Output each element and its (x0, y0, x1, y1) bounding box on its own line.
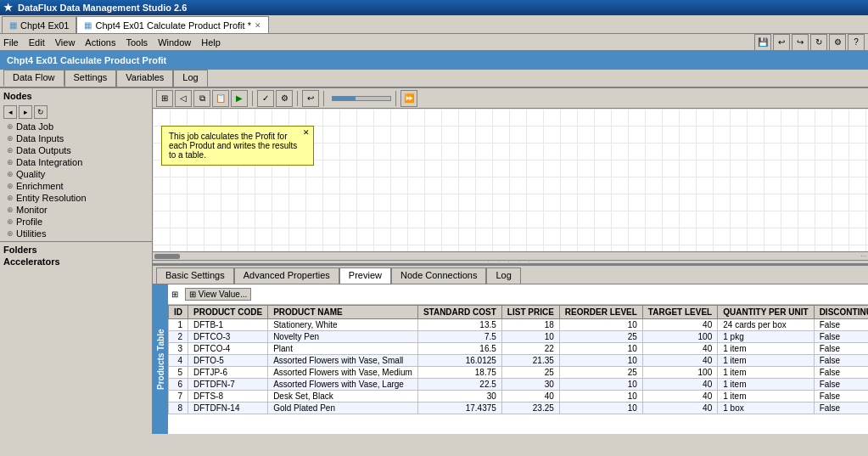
canvas-tb-separator-3 (323, 91, 324, 106)
table-cell: 10 (501, 331, 559, 343)
menu-tools[interactable]: Tools (126, 37, 148, 48)
sidebar-item-monitor[interactable]: ⊕ Monitor (0, 204, 152, 216)
sidebar-item-data-inputs[interactable]: ⊕ Data Inputs (0, 132, 152, 144)
tab-close-icon[interactable]: ✕ (255, 21, 261, 30)
tab-calculate-product-profit[interactable]: ▦ Chpt4 Ex01 Calculate Product Profit * … (76, 16, 268, 33)
table-cell: False (814, 367, 868, 379)
sidebar-item-data-job[interactable]: ⊕ Data Job (0, 121, 152, 132)
menu-view[interactable]: View (55, 37, 76, 48)
expand-icon-monitor: ⊕ (7, 205, 14, 214)
table-row[interactable]: 3DFTCO-4Plant16.52210401 itemFalse10Flow… (169, 343, 869, 355)
table-cell: 30 (501, 379, 559, 391)
sidebar-expand-btn[interactable]: ▸ (19, 105, 32, 119)
table-cell: 10 (559, 403, 642, 414)
table-cell: 10 (559, 343, 642, 355)
table-cell: DFTDFN-14 (188, 403, 268, 414)
menu-window[interactable]: Window (158, 37, 191, 48)
table-cell: DFTS-8 (188, 391, 268, 403)
table-cell: 30 (417, 391, 501, 403)
table-cell: DFTB-1 (188, 319, 268, 331)
canvas-tb-paste-icon[interactable]: 📋 (212, 90, 229, 107)
toolbar-forward-icon[interactable]: ↪ (792, 34, 809, 51)
sidebar-item-entity-resolution[interactable]: ⊕ Entity Resolution (0, 192, 152, 204)
expand-icon-profile: ⊕ (7, 217, 14, 226)
bottom-tab-preview[interactable]: Preview (339, 267, 391, 284)
table-cell: 1 item (718, 355, 814, 367)
tab-log[interactable]: Log (173, 70, 207, 87)
bottom-tab-basic-settings[interactable]: Basic Settings (156, 267, 234, 284)
sidebar-section-accelerators[interactable]: Accelerators (0, 256, 152, 267)
table-row[interactable]: 2DFTCO-3Novelty Pen7.510251001 pkgFalse2… (169, 331, 869, 343)
expand-icon-quality: ⊕ (7, 170, 14, 178)
data-table-wrapper[interactable]: ⊞ ⊞ View Value... ID PRODUCT CODE PRODUC… (168, 284, 868, 434)
table-cell: False (814, 343, 868, 355)
toolbar-help-icon[interactable]: ? (848, 34, 865, 51)
canvas-tooltip-close-icon[interactable]: ✕ (303, 128, 310, 137)
table-cell: 2 (169, 331, 188, 343)
table-cell: Gold Plated Pen (268, 403, 418, 414)
table-cell: 40 (642, 343, 717, 355)
table-cell: 10 (559, 355, 642, 367)
table-cell: False (814, 403, 868, 414)
products-table-side-label: Products Table (153, 284, 168, 434)
canvas-tb-separator-2 (297, 91, 298, 106)
bottom-tab-log[interactable]: Log (486, 267, 520, 284)
tab-bar: ▦ Chpt4 Ex01 ▦ Chpt4 Ex01 Calculate Prod… (0, 15, 868, 34)
tab-data-flow[interactable]: Data Flow (3, 70, 64, 87)
sidebar-item-data-integration[interactable]: ⊕ Data Integration (0, 156, 152, 168)
col-header-reorder-level: REORDER LEVEL (559, 306, 642, 319)
tab-variables[interactable]: Variables (116, 70, 173, 87)
sidebar-item-data-outputs[interactable]: ⊕ Data Outputs (0, 144, 152, 156)
toolbar-back-icon[interactable]: ↩ (773, 34, 790, 51)
canvas-tb-undo-icon[interactable]: ↩ (302, 90, 319, 107)
data-table: ID PRODUCT CODE PRODUCT NAME STANDARD CO… (168, 305, 868, 414)
table-cell: 100 (642, 367, 717, 379)
canvas-tb-settings-icon[interactable]: ⚙ (276, 90, 293, 107)
sidebar-refresh-btn[interactable]: ↻ (34, 105, 48, 119)
table-row[interactable]: 6DFTDFN-7Assorted Flowers with Vase, Lar… (169, 379, 869, 391)
canvas-tooltip: ✕ This job calculates the Profit for eac… (161, 126, 314, 166)
canvas-tb-copy-icon[interactable]: ⧉ (193, 90, 210, 107)
app-icon: ★ (3, 2, 13, 14)
bottom-tab-node-connections[interactable]: Node Connections (391, 267, 487, 284)
sidebar-section-folders[interactable]: Folders (0, 244, 152, 256)
view-value-button[interactable]: ⊞ View Value... (185, 288, 251, 301)
sidebar-item-quality[interactable]: ⊕ Quality (0, 168, 152, 180)
canvas-tb-back-icon[interactable]: ◁ (175, 90, 192, 107)
menu-edit[interactable]: Edit (29, 37, 45, 48)
table-cell: False (814, 379, 868, 391)
col-header-discontinued: DISCONTINUED (814, 306, 868, 319)
expand-icon-data-integration: ⊕ (7, 158, 14, 166)
hscroll-thumb[interactable] (154, 254, 180, 259)
canvas-tb-skip-icon[interactable]: ⏩ (400, 90, 417, 107)
col-header-list-price: LIST PRICE (501, 306, 559, 319)
menu-file[interactable]: File (3, 37, 19, 48)
menu-help[interactable]: Help (201, 37, 221, 48)
canvas-tb-grid-icon[interactable]: ⊞ (156, 90, 173, 107)
canvas-hscroll[interactable]: ··· (153, 251, 868, 260)
bottom-tab-advanced-properties[interactable]: Advanced Properties (234, 267, 339, 284)
table-row[interactable]: 5DFTJP-6Assorted Flowers with Vase, Medi… (169, 367, 869, 379)
toolbar-settings-icon[interactable]: ⚙ (829, 34, 846, 51)
table-row[interactable]: 7DFTS-8Desk Set, Black304010401 itemFals… (169, 391, 869, 403)
tab-settings[interactable]: Settings (64, 70, 117, 87)
toolbar-refresh-icon[interactable]: ↻ (810, 34, 827, 51)
expand-icon-utilities: ⊕ (7, 229, 14, 238)
sidebar-item-profile[interactable]: ⊕ Profile (0, 216, 152, 228)
sidebar-item-utilities[interactable]: ⊕ Utilities (0, 228, 152, 239)
canvas-tb-check-icon[interactable]: ✓ (257, 90, 274, 107)
table-body: 1DFTB-1Stationery, White13.518104024 car… (169, 319, 869, 414)
toolbar-save-icon[interactable]: 💾 (754, 34, 771, 51)
table-row[interactable]: 4DFTO-5Assorted Flowers with Vase, Small… (169, 355, 869, 367)
table-row[interactable]: 1DFTB-1Stationery, White13.518104024 car… (169, 319, 869, 331)
bottom-toolbar: ⊞ ⊞ View Value... (168, 284, 868, 305)
canvas-tb-run-icon[interactable]: ▶ (231, 90, 248, 107)
sidebar-item-enrichment[interactable]: ⊕ Enrichment (0, 180, 152, 192)
sidebar-collapse-btn[interactable]: ◂ (3, 105, 17, 119)
table-row[interactable]: 8DFTDFN-14Gold Plated Pen17.437523.25104… (169, 403, 869, 414)
table-icon: ⊞ (171, 290, 178, 299)
tab-chpt4-ex01[interactable]: ▦ Chpt4 Ex01 (2, 16, 76, 33)
menu-bar: File Edit View Actions Tools Window Help… (0, 34, 868, 51)
menu-actions[interactable]: Actions (85, 37, 115, 48)
table-cell: 7 (169, 391, 188, 403)
